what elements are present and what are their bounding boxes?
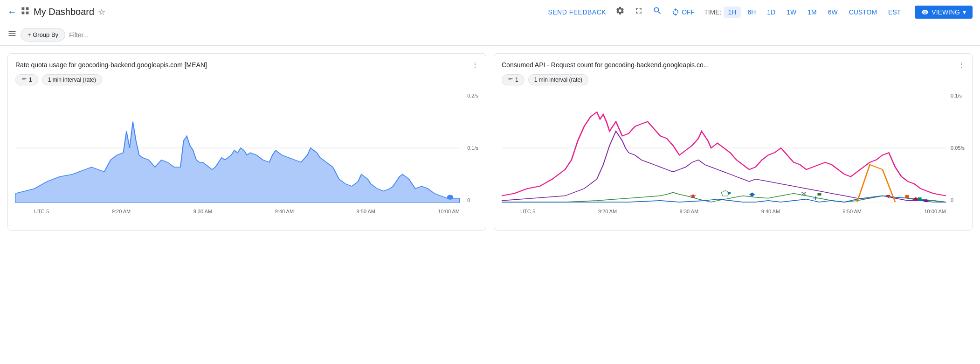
chart-2-menu-icon[interactable]: ⋮ [958,61,965,69]
chart-1-filter-count: 1 [29,77,32,83]
svg-text:●: ● [727,189,732,196]
chart-1-menu-icon[interactable]: ⋮ [472,61,478,69]
auto-refresh-toggle[interactable]: OFF [671,8,695,16]
chart-1-y-top: 0.2/s [467,93,478,98]
time-6w-button[interactable]: 6W [823,7,842,18]
group-by-label: + Group By [28,31,58,38]
chart-1-x-0: UTC-5 [34,209,49,214]
svg-marker-7 [15,122,460,203]
search-icon[interactable] [653,6,662,18]
dashboard-title: My Dashboard [34,7,94,17]
time-1h-button[interactable]: 1H [724,7,741,18]
chart-2-x-0: UTC-5 [520,209,535,214]
group-by-button[interactable]: + Group By [21,28,65,42]
chart-2-x-1: 9:20 AM [598,209,617,214]
menu-icon[interactable] [7,29,17,41]
chart-2-filter-count: 1 [515,77,518,83]
svg-rect-3 [26,12,29,14]
chart-1-x-3: 9:40 AM [275,209,294,214]
time-6h-button[interactable]: 6H [743,7,760,18]
time-1m-button[interactable]: 1M [803,7,821,18]
viewing-label: VIEWING [932,8,960,16]
chart-2-y-bot: 0 [951,197,965,203]
svg-text:★: ★ [689,192,697,200]
time-label: TIME: [704,8,721,16]
chart-2-svg-area: ★ ⬠ ◆ ● ✕ ■ ■ + ▼ [502,93,946,203]
chart-2-x-5: 10:00 AM [924,209,945,214]
timezone-button[interactable]: EST [883,7,905,18]
svg-text:▼: ▼ [884,193,892,200]
chart-1-x-labels: UTC-5 9:20 AM 9:30 AM 9:40 AM 9:50 AM 10… [34,209,460,214]
settings-icon[interactable] [615,6,625,18]
svg-text:▲: ▲ [923,197,930,203]
svg-text:+: + [813,194,819,202]
time-1w-button[interactable]: 1W [782,7,801,18]
svg-point-8 [447,195,454,200]
chart-2-header: Consumed API - Request count for geocodi… [502,61,965,69]
chart-1-y-labels: 0.2/s 0.1/s 0 [467,93,478,214]
chart-1-area: 0.2/s 0.1/s 0 UTC-5 9:20 AM [15,93,478,214]
chart-1-filter-badge[interactable]: 1 [15,74,38,85]
svg-text:✕: ✕ [800,190,807,197]
back-button[interactable]: ← [7,7,17,17]
chart-1-y-bot: 0 [467,197,478,203]
time-custom-button[interactable]: CUSTOM [844,7,882,18]
chart-2-x-4: 9:50 AM [843,209,862,214]
svg-text:◆: ◆ [749,191,755,197]
chart-1-x-1: 9:20 AM [112,209,131,214]
viewing-button[interactable]: VIEWING ▾ [915,6,973,19]
chart-2-interval-badge[interactable]: 1 min interval (rate) [528,74,588,85]
time-1d-button[interactable]: 1D [762,7,780,18]
auto-refresh-label: OFF [682,8,695,16]
chart-2-x-3: 9:40 AM [761,209,780,214]
header-center: SEND FEEDBACK OFF TIME: 1H 6H 1D 1W 1M 6… [548,6,973,19]
chart-1-x-2: 9:30 AM [193,209,212,214]
chart-1-x-4: 9:50 AM [357,209,375,214]
chart-2-y-mid: 0.05/s [951,145,965,151]
chart-1-interval-label: 1 min interval (rate) [48,77,96,83]
svg-rect-0 [22,7,25,10]
fullscreen-icon[interactable] [634,6,643,18]
chart-2-y-top: 0.1/s [951,93,965,98]
header-left: ← My Dashboard ☆ [7,6,542,18]
star-icon[interactable]: ☆ [98,7,105,17]
viewing-dropdown-icon: ▾ [963,8,966,16]
send-feedback-button[interactable]: SEND FEEDBACK [548,8,606,16]
chart-2-y-labels: 0.1/s 0.05/s 0 [951,93,965,214]
chart-1-title: Rate quota usage for geocoding-backend.g… [15,61,207,69]
svg-text:■: ■ [918,196,922,202]
chart-1-interval-badge[interactable]: 1 min interval (rate) [42,74,102,85]
chart-2-card: Consumed API - Request count for geocodi… [494,53,973,231]
chart-2-area: 0.1/s 0.05/s 0 [502,93,965,214]
chart-2-filters: 1 1 min interval (rate) [502,74,965,85]
dashboard-icon[interactable] [21,6,30,18]
chart-1-card: Rate quota usage for geocoding-backend.g… [7,53,486,231]
svg-rect-1 [26,7,29,10]
chart-2-x-labels: UTC-5 9:20 AM 9:30 AM 9:40 AM 9:50 AM 10… [520,209,946,214]
svg-rect-2 [22,12,25,14]
chart-1-y-mid: 0.1/s [467,145,478,151]
chart-2-filter-badge[interactable]: 1 [502,74,525,85]
chart-2-title: Consumed API - Request count for geocodi… [502,61,709,69]
chart-1-x-5: 10:00 AM [438,209,459,214]
chart-1-filters: 1 1 min interval (rate) [15,74,478,85]
filter-input[interactable] [69,31,973,39]
svg-text:■: ■ [905,193,910,200]
toolbar: + Group By [0,24,980,46]
chart-1-header: Rate quota usage for geocoding-backend.g… [15,61,478,69]
chart-1-svg-area [15,93,460,203]
chart-2-x-2: 9:30 AM [680,209,698,214]
header: ← My Dashboard ☆ SEND FEEDBACK OFF TIME:… [0,0,980,24]
main-content: Rate quota usage for geocoding-backend.g… [0,46,980,238]
time-section: TIME: 1H 6H 1D 1W 1M 6W CUSTOM EST [704,7,905,18]
chart-2-interval-label: 1 min interval (rate) [534,77,582,83]
